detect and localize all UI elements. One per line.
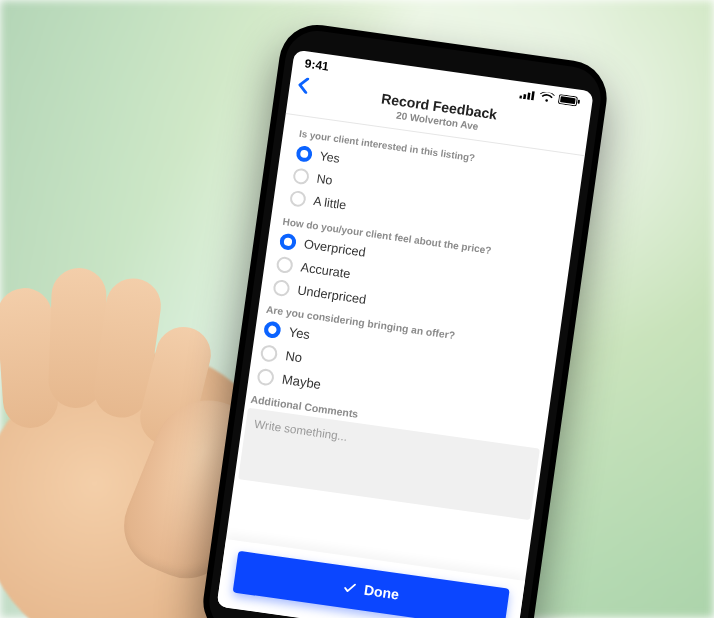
status-icons bbox=[519, 89, 581, 107]
radio-selected-icon bbox=[279, 233, 297, 251]
signal-icon bbox=[519, 89, 536, 101]
radio-selected-icon bbox=[263, 320, 282, 339]
check-icon bbox=[343, 580, 358, 595]
svg-rect-0 bbox=[519, 95, 522, 98]
done-button[interactable]: Done bbox=[233, 551, 510, 618]
footer-bar: Done bbox=[217, 539, 526, 618]
option-label: Overpriced bbox=[303, 237, 366, 260]
svg-rect-1 bbox=[523, 94, 526, 99]
status-time: 9:41 bbox=[304, 56, 330, 73]
battery-icon bbox=[558, 94, 581, 107]
option-label: No bbox=[284, 349, 302, 366]
option-label: No bbox=[316, 172, 334, 188]
radio-icon bbox=[260, 344, 279, 363]
svg-rect-5 bbox=[560, 96, 576, 104]
wifi-icon bbox=[539, 91, 555, 103]
radio-icon bbox=[292, 167, 310, 185]
svg-rect-2 bbox=[527, 93, 530, 100]
radio-icon bbox=[256, 368, 275, 387]
radio-selected-icon bbox=[295, 145, 313, 163]
svg-rect-6 bbox=[577, 100, 580, 104]
svg-rect-3 bbox=[531, 91, 535, 100]
radio-icon bbox=[276, 256, 294, 274]
option-label: Accurate bbox=[300, 260, 352, 281]
chevron-left-icon bbox=[297, 77, 310, 94]
done-button-label: Done bbox=[363, 582, 400, 603]
option-label: A little bbox=[313, 194, 347, 212]
option-label: Yes bbox=[288, 325, 311, 342]
radio-icon bbox=[289, 190, 307, 208]
radio-icon bbox=[272, 279, 290, 297]
option-label: Yes bbox=[319, 149, 341, 165]
form-content: Is your client interested in this listin… bbox=[235, 114, 585, 516]
